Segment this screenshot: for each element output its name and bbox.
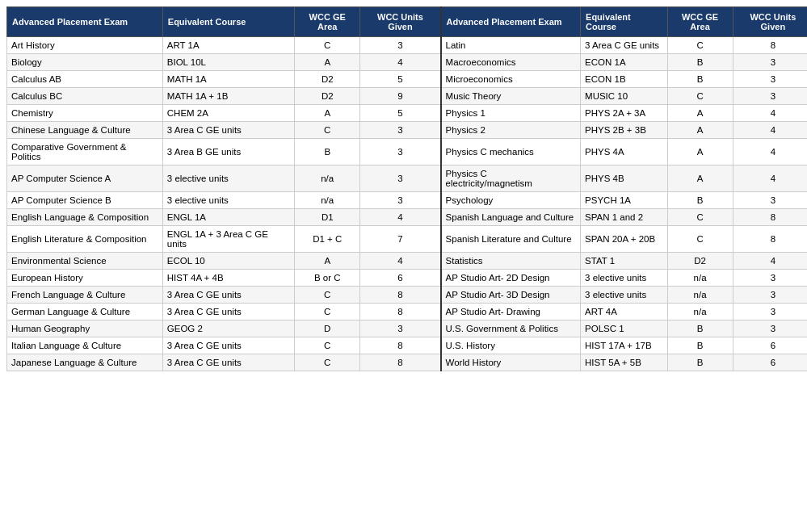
table-cell: 4 — [360, 54, 441, 71]
table-cell: 4 — [733, 122, 807, 139]
header-equiv2: Equivalent Course — [581, 7, 667, 37]
table-cell: PSYCH 1A — [581, 192, 667, 209]
table-cell: Japanese Language & Culture — [7, 354, 163, 371]
table-cell: 4 — [733, 139, 807, 165]
table-cell: Chemistry — [7, 105, 163, 122]
table-cell: ECON 1B — [581, 71, 667, 88]
table-cell: D — [295, 320, 360, 337]
table-cell: French Language & Culture — [7, 287, 163, 304]
table-cell: 3 elective units — [162, 192, 294, 209]
table-cell: 3 Area C GE units — [581, 37, 667, 54]
header-equiv1: Equivalent Course — [162, 7, 294, 37]
table-cell: 3 — [360, 192, 441, 209]
table-cell: 8 — [733, 209, 807, 226]
table-cell: Calculus AB — [7, 71, 163, 88]
table-cell: n/a — [667, 304, 733, 320]
table-cell: Physics 1 — [441, 105, 581, 122]
table-cell: Biology — [7, 54, 163, 71]
table-cell: PHYS 2A + 3A — [581, 105, 667, 122]
header-ge1: WCC GE Area — [295, 7, 360, 37]
table-cell: MATH 1A — [162, 71, 294, 88]
table-cell: A — [295, 105, 360, 122]
table-cell: A — [667, 165, 733, 192]
table-cell: n/a — [667, 270, 733, 287]
table-cell: 8 — [360, 337, 441, 354]
table-cell: A — [295, 54, 360, 71]
table-cell: 4 — [733, 253, 807, 270]
table-cell: AP Computer Science B — [7, 192, 163, 209]
table-cell: Art History — [7, 37, 163, 54]
table-cell: 3 Area B GE units — [162, 139, 294, 165]
table-cell: PHYS 4A — [581, 139, 667, 165]
table-cell: n/a — [295, 165, 360, 192]
table-cell: 8 — [733, 37, 807, 54]
table-cell: C — [667, 226, 733, 253]
table-cell: Physics C electricity/magnetism — [441, 165, 581, 192]
table-cell: MATH 1A + 1B — [162, 88, 294, 105]
table-cell: C — [295, 122, 360, 139]
table-cell: 7 — [360, 226, 441, 253]
table-cell: Physics 2 — [441, 122, 581, 139]
table-cell: Spanish Language and Culture — [441, 209, 581, 226]
table-cell: D1 — [295, 209, 360, 226]
table-cell: ART 4A — [581, 304, 667, 320]
table-cell: A — [667, 139, 733, 165]
table-cell: PHYS 2B + 3B — [581, 122, 667, 139]
table-cell: 3 Area C GE units — [162, 337, 294, 354]
table-cell: 6 — [733, 337, 807, 354]
table-cell: STAT 1 — [581, 253, 667, 270]
header-units1: WCC Units Given — [360, 7, 441, 37]
table-cell: BIOL 10L — [162, 54, 294, 71]
table-cell: 3 — [360, 139, 441, 165]
table-cell: U.S. Government & Politics — [441, 320, 581, 337]
table-cell: 3 — [733, 71, 807, 88]
table-cell: 3 elective units — [581, 287, 667, 304]
table-cell: 3 — [360, 122, 441, 139]
table-cell: ART 1A — [162, 37, 294, 54]
table-cell: SPAN 1 and 2 — [581, 209, 667, 226]
table-cell: 3 — [733, 287, 807, 304]
table-cell: D2 — [667, 253, 733, 270]
table-cell: 3 — [360, 37, 441, 54]
table-cell: 3 — [733, 54, 807, 71]
table-cell: SPAN 20A + 20B — [581, 226, 667, 253]
table-cell: Spanish Literature and Culture — [441, 226, 581, 253]
table-cell: Environmental Science — [7, 253, 163, 270]
header-exam1: Advanced Placement Exam — [7, 7, 163, 37]
table-cell: 4 — [360, 253, 441, 270]
table-cell: 3 — [360, 165, 441, 192]
table-cell: Latin — [441, 37, 581, 54]
table-cell: 3 — [360, 320, 441, 337]
table-cell: n/a — [667, 287, 733, 304]
table-cell: 3 — [733, 320, 807, 337]
table-cell: ECON 1A — [581, 54, 667, 71]
table-cell: D2 — [295, 71, 360, 88]
table-cell: A — [667, 105, 733, 122]
header-units2: WCC Units Given — [733, 7, 807, 37]
table-cell: A — [295, 253, 360, 270]
table-cell: World History — [441, 354, 581, 371]
table-cell: 5 — [360, 71, 441, 88]
table-cell: 8 — [360, 304, 441, 320]
table-cell: B or C — [295, 270, 360, 287]
table-cell: German Language & Culture — [7, 304, 163, 320]
table-cell: PHYS 4B — [581, 165, 667, 192]
table-cell: C — [295, 354, 360, 371]
table-cell: C — [295, 287, 360, 304]
table-cell: B — [667, 192, 733, 209]
table-cell: 6 — [360, 270, 441, 287]
table-cell: 3 Area C GE units — [162, 304, 294, 320]
table-cell: C — [295, 304, 360, 320]
table-cell: 4 — [733, 105, 807, 122]
table-cell: 3 Area C GE units — [162, 287, 294, 304]
table-cell: Physics C mechanics — [441, 139, 581, 165]
table-cell: Calculus BC — [7, 88, 163, 105]
table-cell: CHEM 2A — [162, 105, 294, 122]
table-cell: 6 — [733, 354, 807, 371]
table-cell: A — [667, 122, 733, 139]
header-exam2: Advanced Placement Exam — [441, 7, 581, 37]
table-cell: 8 — [360, 354, 441, 371]
table-cell: AP Studio Art- 3D Design — [441, 287, 581, 304]
table-cell: B — [667, 54, 733, 71]
table-cell: B — [667, 354, 733, 371]
